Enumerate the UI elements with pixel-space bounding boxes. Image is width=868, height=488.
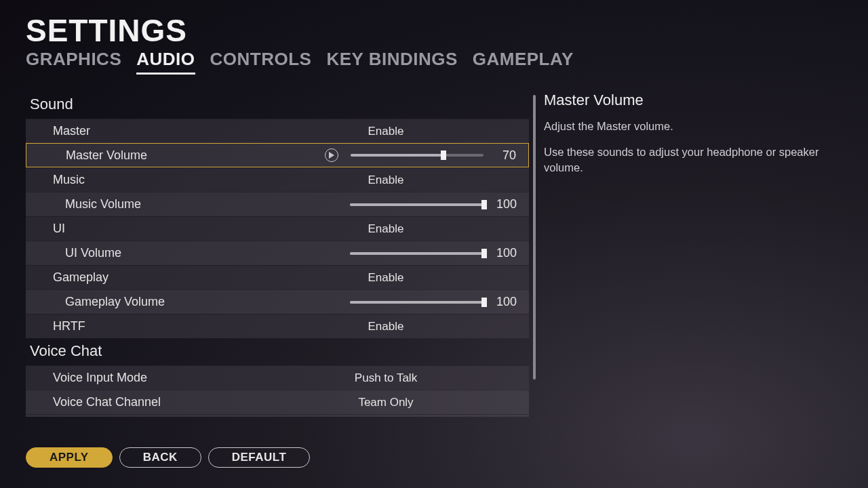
setting-label: UI: [26, 222, 324, 236]
setting-label: Music: [26, 173, 324, 187]
setting-row-voice-chat-channel[interactable]: Voice Chat ChannelTeam Only: [26, 390, 529, 414]
play-icon[interactable]: [325, 148, 338, 162]
setting-label: HRTF: [26, 319, 324, 333]
setting-label: Master: [26, 124, 324, 138]
settings-tabs: GRAPHICSAUDIOCONTROLSKEY BINDINGSGAMEPLA…: [26, 49, 574, 75]
tab-gameplay[interactable]: GAMEPLAY: [473, 49, 574, 75]
setting-label: Voice Chat Channel: [26, 395, 324, 409]
scrollbar[interactable]: [533, 95, 536, 413]
setting-value[interactable]: Enable: [324, 320, 529, 333]
page-title: SETTINGS: [26, 12, 187, 49]
help-text-2: Use these sounds to adjust your headphon…: [544, 144, 829, 175]
scrollbar-thumb[interactable]: [533, 95, 536, 380]
setting-row-master-volume[interactable]: Master Volume70: [26, 143, 529, 167]
slider-wrap: 100: [324, 295, 529, 309]
slider-thumb[interactable]: [481, 200, 487, 209]
setting-value[interactable]: Enable: [324, 222, 529, 236]
setting-row-gameplay[interactable]: GameplayEnable: [26, 265, 529, 289]
setting-label: Music Volume: [26, 197, 324, 211]
setting-value[interactable]: Enable: [324, 271, 529, 285]
setting-row-voice-input-mode[interactable]: Voice Input ModePush to Talk: [26, 365, 529, 390]
help-title: Master Volume: [544, 92, 829, 109]
slider-wrap: 100: [324, 197, 529, 211]
slider-value: 70: [490, 148, 516, 163]
section-voice-chat: Voice Chat: [26, 338, 529, 365]
slider-thumb[interactable]: [441, 150, 446, 160]
footer-buttons: APPLY BACK DEFAULT: [26, 447, 310, 468]
setting-row-master[interactable]: MasterEnable: [26, 119, 529, 143]
slider-track[interactable]: [350, 203, 484, 206]
setting-value[interactable]: Enable: [324, 174, 529, 187]
section-sound: Sound: [26, 92, 529, 119]
setting-row-cutoff: [26, 414, 529, 417]
setting-label: UI Volume: [26, 246, 324, 260]
back-button[interactable]: BACK: [119, 447, 201, 468]
setting-value[interactable]: Push to Talk: [324, 371, 529, 385]
tab-controls[interactable]: CONTROLS: [210, 49, 312, 75]
slider-value: 100: [491, 295, 517, 309]
slider-track[interactable]: [350, 301, 484, 304]
apply-button[interactable]: APPLY: [26, 447, 113, 468]
default-button[interactable]: DEFAULT: [208, 447, 311, 468]
tab-graphics[interactable]: GRAPHICS: [26, 49, 121, 75]
slider-thumb[interactable]: [481, 249, 487, 258]
settings-list: SoundMasterEnableMaster Volume70MusicEna…: [26, 92, 529, 417]
slider-value: 100: [491, 246, 517, 260]
setting-label: Gameplay: [26, 270, 324, 285]
setting-row-ui[interactable]: UIEnable: [26, 216, 529, 241]
setting-label: Voice Input Mode: [26, 371, 324, 385]
setting-label: Gameplay Volume: [26, 295, 324, 309]
setting-row-hrtf[interactable]: HRTFEnable: [26, 314, 529, 338]
setting-row-music[interactable]: MusicEnable: [26, 167, 529, 192]
slider-thumb[interactable]: [481, 298, 487, 307]
setting-value[interactable]: Team Only: [324, 396, 529, 409]
setting-row-music-volume[interactable]: Music Volume100: [26, 192, 529, 216]
setting-row-gameplay-volume[interactable]: Gameplay Volume100: [26, 289, 529, 314]
svg-marker-0: [329, 152, 334, 159]
slider-track[interactable]: [350, 252, 484, 255]
tab-audio[interactable]: AUDIO: [136, 49, 195, 75]
setting-value[interactable]: Enable: [324, 125, 529, 138]
setting-row-ui-volume[interactable]: UI Volume100: [26, 241, 529, 265]
slider-wrap: 100: [324, 246, 529, 260]
setting-label: Master Volume: [26, 148, 325, 163]
slider-track[interactable]: [351, 154, 484, 157]
tab-key-bindings[interactable]: KEY BINDINGS: [326, 49, 457, 75]
slider-wrap: 70: [325, 148, 528, 163]
help-text-1: Adjust the Master volume.: [544, 119, 829, 134]
slider-value: 100: [491, 197, 517, 211]
help-panel: Master Volume Adjust the Master volume. …: [544, 92, 829, 186]
